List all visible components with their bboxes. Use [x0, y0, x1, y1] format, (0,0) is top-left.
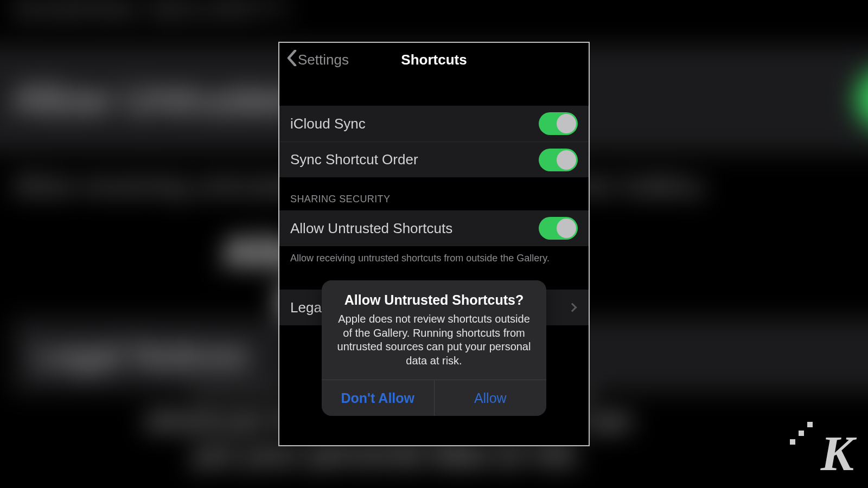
- allow-button[interactable]: Allow: [434, 380, 547, 416]
- alert-dialog: Allow Untrusted Shortcuts? Apple does no…: [322, 280, 546, 416]
- chevron-right-icon: [568, 303, 577, 312]
- bg-toggle: [856, 68, 868, 131]
- row-label: Allow Untrusted Shortcuts: [290, 220, 452, 237]
- section-header-sharing-security: SHARING SECURITY: [279, 177, 589, 210]
- row-label: Sync Shortcut Order: [290, 151, 418, 168]
- back-button[interactable]: Settings: [287, 50, 349, 70]
- security-group: Allow Untrusted Shortcuts: [279, 210, 589, 246]
- chevron-left-icon: [287, 50, 297, 70]
- settings-panel: Settings Shortcuts iCloud Sync Sync Shor…: [278, 42, 590, 446]
- section-footer-untrusted: Allow receiving untrusted shortcuts from…: [279, 246, 589, 265]
- row-icloud-sync[interactable]: iCloud Sync: [279, 106, 589, 142]
- alert-actions: Don't Allow Allow: [322, 380, 546, 416]
- toggle-allow-untrusted[interactable]: [539, 217, 578, 240]
- dont-allow-button[interactable]: Don't Allow: [322, 380, 434, 416]
- watermark-logo: K: [821, 428, 854, 478]
- navbar: Settings Shortcuts: [279, 43, 589, 76]
- row-allow-untrusted[interactable]: Allow Untrusted Shortcuts: [279, 210, 589, 246]
- row-label: iCloud Sync: [290, 115, 366, 132]
- toggle-icloud-sync[interactable]: [539, 112, 578, 135]
- alert-title: Allow Untrusted Shortcuts?: [334, 292, 534, 308]
- toggle-sync-order[interactable]: [539, 149, 578, 171]
- bg-section-header: SHARING SECURITY: [12, 0, 290, 24]
- row-sync-order[interactable]: Sync Shortcut Order: [279, 142, 589, 177]
- sync-group: iCloud Sync Sync Shortcut Order: [279, 106, 589, 177]
- alert-message: Apple does not review shortcuts outside …: [334, 312, 534, 368]
- back-label: Settings: [298, 52, 349, 68]
